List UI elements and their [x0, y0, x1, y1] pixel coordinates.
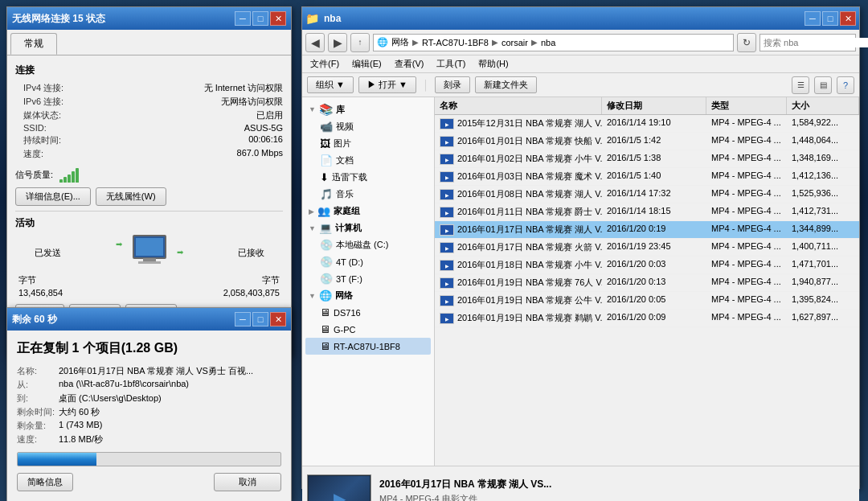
- explorer-close-button[interactable]: ✕: [840, 11, 856, 26]
- cancel-button[interactable]: 取消: [214, 473, 281, 491]
- table-row[interactable]: 2016年01月19日 NBA 常规赛 鹈鹕 V...2016/1/20 0:0…: [435, 310, 859, 327]
- up-button[interactable]: ↑: [350, 33, 370, 52]
- organize-button[interactable]: 组织 ▼: [307, 76, 354, 93]
- sidebar-item-ds716[interactable]: 🖥 DS716: [305, 304, 431, 321]
- sidebar-item-computer-header[interactable]: ▼ 💻 计算机: [305, 220, 431, 236]
- file-size: 1,627,897...: [787, 310, 859, 326]
- search-input[interactable]: [764, 38, 868, 47]
- table-row[interactable]: 2016年01月08日 NBA 常规赛 湖人 V...2016/1/14 17:…: [435, 186, 859, 203]
- maximize-button[interactable]: □: [252, 11, 268, 26]
- pictures-label: 图片: [334, 138, 351, 150]
- file-name: 2015年12月31日 NBA 常规赛 湖人 V...: [457, 117, 602, 129]
- detail-toggle-button[interactable]: 简略信息: [17, 473, 73, 491]
- address-bar[interactable]: 🌐 网络 ▶ RT-AC87U-1BF8 ▶ corsair ▶ nba: [373, 34, 734, 51]
- menu-help[interactable]: 帮助(H): [475, 56, 511, 72]
- table-row[interactable]: 2015年12月31日 NBA 常规赛 湖人 V...2016/1/14 19:…: [435, 115, 859, 133]
- explorer-title-bar[interactable]: 📁 nba ─ □ ✕: [302, 7, 859, 30]
- refresh-button[interactable]: ↻: [737, 33, 756, 52]
- crumb-nba[interactable]: nba: [541, 38, 555, 47]
- media-label: 媒体状态:: [15, 109, 63, 121]
- file-size: 1,348,169...: [787, 150, 859, 167]
- collapse-icon-network: ▼: [309, 292, 316, 300]
- close-button[interactable]: ✕: [270, 11, 286, 26]
- crumb-network[interactable]: 网络: [391, 36, 409, 48]
- sidebar-item-pictures[interactable]: 🖼 图片: [305, 135, 431, 152]
- ssid-value: ASUS-5G: [67, 123, 283, 133]
- network-icon: 🌐: [319, 290, 332, 302]
- sidebar-item-router[interactable]: 🖥 RT-AC87U-1BF8: [305, 338, 431, 355]
- sidebar-item-gpc[interactable]: 🖥 G-PC: [305, 321, 431, 338]
- sidebar-item-video[interactable]: 📹 视频: [305, 118, 431, 135]
- wireless-properties-button[interactable]: 无线属性(W): [96, 187, 166, 206]
- sidebar-item-documents[interactable]: 📄 文档: [305, 152, 431, 169]
- ipv6-value: 无网络访问权限: [67, 96, 283, 108]
- table-row[interactable]: 2016年01月17日 NBA 常规赛 湖人 V...2016/1/20 0:1…: [435, 221, 859, 239]
- sidebar-item-drive-c[interactable]: 💿 本地磁盘 (C:): [305, 236, 431, 253]
- homegroup-icon: 👥: [317, 205, 330, 217]
- duration-label: 持续时间:: [15, 134, 63, 146]
- explorer-maximize-button[interactable]: □: [822, 11, 838, 26]
- file-type: MP4 - MPEG-4 ...: [706, 310, 787, 326]
- ipv4-value: 无 Internet 访问权限: [67, 82, 283, 94]
- col-modified[interactable]: 修改日期: [602, 97, 706, 114]
- file-name: 2016年01月17日 NBA 常规赛 火箭 V...: [457, 241, 602, 253]
- video-label: 视频: [336, 121, 354, 133]
- table-row[interactable]: 2016年01月11日 NBA 常规赛 爵士 V...2016/1/14 18:…: [435, 203, 859, 221]
- sidebar-item-homegroup-header[interactable]: ▶ 👥 家庭组: [305, 203, 431, 220]
- new-folder-button[interactable]: 新建文件夹: [475, 76, 537, 93]
- file-list-scroll[interactable]: 2015年12月31日 NBA 常规赛 湖人 V...2016/1/14 19:…: [435, 115, 859, 466]
- toolbar-bar: 组织 ▼ ▶ 打开 ▼ │ 刻录 新建文件夹 ☰ ▤ ?: [302, 73, 859, 97]
- col-name[interactable]: 名称: [435, 97, 602, 114]
- drive-c-icon: 💿: [320, 239, 333, 251]
- sidebar-item-drive-d[interactable]: 💿 4T (D:): [305, 253, 431, 270]
- table-row[interactable]: 2016年01月01日 NBA 常规赛 快船 V...2016/1/5 1:42…: [435, 133, 859, 150]
- view-options-button[interactable]: ☰: [792, 76, 809, 94]
- sidebar-item-music[interactable]: 🎵 音乐: [305, 186, 431, 203]
- crumb-corsair[interactable]: corsair: [502, 38, 528, 47]
- burn-button[interactable]: 刻录: [435, 76, 470, 93]
- crumb-router[interactable]: RT-AC87U-1BF8: [422, 38, 489, 47]
- menu-edit[interactable]: 编辑(E): [349, 56, 385, 72]
- copy-title-bar[interactable]: 剩余 60 秒 ─ □ ✕: [7, 308, 291, 331]
- sidebar-item-downloads[interactable]: ⬇ 迅雷下载: [305, 169, 431, 186]
- explorer-minimize-button[interactable]: ─: [805, 11, 821, 26]
- copy-name-label: 名称:: [17, 365, 57, 377]
- open-button[interactable]: ▶ 打开 ▼: [358, 76, 416, 93]
- menu-view[interactable]: 查看(V): [391, 56, 428, 72]
- sidebar-item-network-header[interactable]: ▼ 🌐 网络: [305, 287, 431, 304]
- copy-remaining-row: 剩余时间: 大约 60 秒: [17, 406, 281, 418]
- help-explorer-button[interactable]: ?: [837, 76, 854, 94]
- table-row[interactable]: 2016年01月19日 NBA 常规赛 76人 V...2016/1/20 0:…: [435, 274, 859, 292]
- menu-tools[interactable]: 工具(T): [433, 56, 469, 72]
- forward-button[interactable]: ▶: [328, 33, 347, 52]
- col-size[interactable]: 大小: [787, 97, 859, 114]
- copy-maximize-button[interactable]: □: [252, 312, 268, 326]
- col-type[interactable]: 类型: [706, 97, 787, 114]
- back-button[interactable]: ◀: [305, 33, 325, 52]
- file-modified: 2016/1/20 0:05: [602, 292, 706, 309]
- network-status-title-bar[interactable]: 无线网络连接 15 状态 ─ □ ✕: [7, 7, 291, 30]
- sent-value: 13,456,854: [15, 288, 63, 298]
- view-details-button[interactable]: ▤: [814, 76, 832, 94]
- copy-speed-value: 11.8 MB/秒: [59, 433, 281, 446]
- sidebar-item-drive-f[interactable]: 💿 3T (F:): [305, 270, 431, 287]
- copy-remaining-label: 剩余时间:: [17, 406, 57, 418]
- general-tab[interactable]: 常规: [10, 33, 57, 55]
- copy-minimize-button[interactable]: ─: [235, 312, 251, 326]
- status-thumb-inner: ▶: [309, 476, 370, 502]
- sidebar-item-library-header[interactable]: ▼ 📚 库: [305, 101, 431, 118]
- menu-file[interactable]: 文件(F): [307, 56, 342, 72]
- table-row[interactable]: 2016年01月19日 NBA 常规赛 公牛 V...2016/1/20 0:0…: [435, 292, 859, 310]
- detail-info-button[interactable]: 详细信息(E)...: [15, 187, 91, 206]
- file-name: 2016年01月18日 NBA 常规赛 小牛 V...: [457, 259, 602, 271]
- table-row[interactable]: 2016年01月02日 NBA 常规赛 小牛 V...2016/1/5 1:38…: [435, 150, 859, 168]
- computer-label: 计算机: [335, 222, 362, 234]
- table-row[interactable]: 2016年01月18日 NBA 常规赛 小牛 V...2016/1/20 0:0…: [435, 257, 859, 274]
- file-modified: 2016/1/20 0:19: [602, 221, 706, 238]
- collapse-icon-library: ▼: [309, 105, 316, 113]
- table-row[interactable]: 2016年01月17日 NBA 常规赛 火箭 V...2016/1/19 23:…: [435, 239, 859, 257]
- search-box[interactable]: 🔍: [760, 34, 856, 51]
- copy-close-button[interactable]: ✕: [270, 312, 286, 326]
- minimize-button[interactable]: ─: [235, 11, 251, 26]
- table-row[interactable]: 2016年01月03日 NBA 常规赛 魔术 V...2016/1/5 1:40…: [435, 168, 859, 186]
